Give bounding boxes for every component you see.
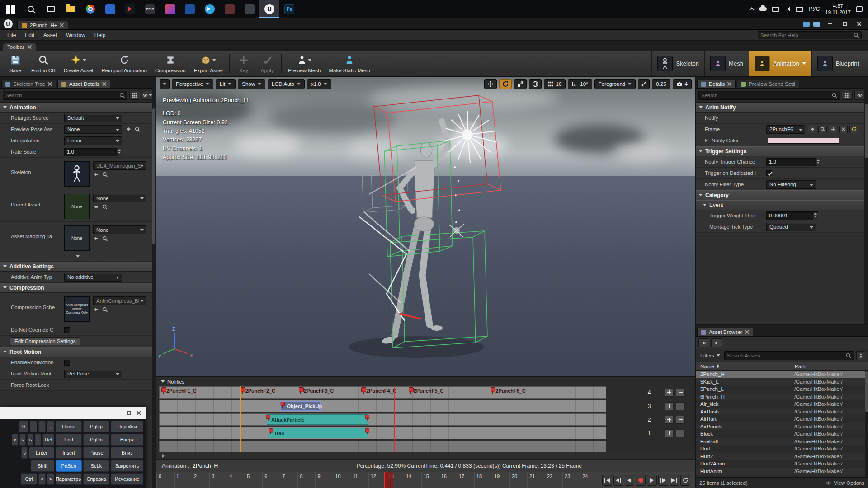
loop-button[interactable] bbox=[680, 475, 690, 486]
step-back-button[interactable] bbox=[613, 475, 623, 486]
close-icon[interactable] bbox=[727, 82, 731, 86]
use-selected-icon[interactable] bbox=[93, 307, 99, 312]
expand-icon[interactable] bbox=[705, 139, 709, 142]
close-icon[interactable] bbox=[102, 82, 106, 86]
tab-details[interactable]: Details bbox=[697, 80, 736, 88]
chevron-down-icon[interactable] bbox=[802, 62, 806, 66]
browse-icon[interactable] bbox=[102, 236, 108, 241]
osk-key[interactable]: Параметры bbox=[56, 473, 82, 485]
notify-marker[interactable]: 2PunchF1_C bbox=[161, 387, 197, 394]
section-animation[interactable]: Animation bbox=[0, 103, 156, 113]
osk-key[interactable]: > bbox=[47, 473, 54, 485]
osk-key[interactable]: \ bbox=[35, 434, 41, 446]
world-local-toggle-button[interactable] bbox=[529, 79, 542, 89]
section-anim-notify[interactable]: Anim Notify bbox=[696, 103, 868, 113]
apply-button[interactable]: Apply bbox=[255, 51, 279, 76]
expand-advanced-button[interactable] bbox=[76, 255, 80, 259]
montage-tick-type-dropdown[interactable]: Queued bbox=[766, 223, 816, 231]
osk-key[interactable]: PrtScn bbox=[56, 460, 82, 472]
osk-key[interactable]: Вверх bbox=[111, 434, 143, 446]
visibility-filter-button[interactable] bbox=[854, 91, 865, 100]
chevron-down-icon[interactable] bbox=[83, 59, 86, 63]
use-selected-icon[interactable] bbox=[93, 172, 99, 177]
additive-anim-type-dropdown[interactable]: No additive bbox=[64, 273, 122, 282]
notify-marker[interactable]: 2PunchF4_C bbox=[361, 387, 396, 394]
maximize-button[interactable] bbox=[838, 20, 851, 28]
remove-track-button[interactable] bbox=[676, 402, 685, 410]
browse-icon[interactable] bbox=[102, 172, 108, 177]
clock[interactable]: 4:37 19.11.2017 bbox=[825, 3, 851, 16]
feedback-icon[interactable] bbox=[803, 22, 810, 27]
column-path[interactable]: Path bbox=[792, 364, 868, 369]
taskbar-app-button[interactable] bbox=[61, 0, 80, 18]
close-icon[interactable] bbox=[745, 330, 749, 334]
taskbar-app-button[interactable] bbox=[80, 0, 100, 18]
osk-key[interactable]: Insert bbox=[56, 447, 82, 459]
taskbar-app-button[interactable] bbox=[180, 0, 200, 18]
osk-key[interactable]: Исчезание bbox=[111, 473, 143, 485]
mode-animation-button[interactable]: Animation bbox=[749, 51, 811, 76]
details-search-box[interactable] bbox=[3, 91, 127, 100]
find-in-cb-button[interactable]: Find in CB bbox=[27, 51, 60, 76]
add-track-button[interactable] bbox=[665, 429, 674, 437]
frame-dropdown[interactable]: 2PunchF6 bbox=[766, 125, 805, 134]
preview-mesh-button[interactable]: Preview Mesh bbox=[284, 51, 325, 76]
reset-to-default-button[interactable] bbox=[849, 126, 858, 133]
details-search-input[interactable] bbox=[701, 93, 832, 98]
close-tab-icon[interactable] bbox=[60, 23, 64, 28]
section-trigger-settings[interactable]: Trigger Settings bbox=[696, 146, 868, 156]
network-icon[interactable] bbox=[772, 7, 779, 12]
saved-view-button[interactable] bbox=[856, 351, 865, 360]
sort-icons[interactable] bbox=[717, 363, 719, 370]
camera-speed-button[interactable]: 0.25 bbox=[652, 79, 670, 89]
taskbar-app-button[interactable] bbox=[220, 0, 240, 18]
visibility-filter-button[interactable] bbox=[142, 91, 153, 100]
osk-key[interactable]: < bbox=[38, 473, 46, 485]
notify-track-3[interactable]: Object_PickUp bbox=[159, 400, 606, 412]
osk-key[interactable]: Del bbox=[42, 434, 54, 446]
skeleton-dropdown[interactable]: UE4_Mannequin_S bbox=[93, 161, 146, 170]
osk-key[interactable]: Enter bbox=[29, 447, 54, 459]
add-button[interactable] bbox=[829, 126, 837, 133]
minimize-button[interactable] bbox=[824, 20, 836, 28]
notify-marker[interactable]: 2PunchF5_C bbox=[409, 387, 444, 394]
asset-row[interactable]: Air_kick /Game/HitBoxMaker/ bbox=[696, 400, 868, 408]
close-icon[interactable] bbox=[48, 82, 52, 86]
lod-dropdown[interactable]: LOD Auto bbox=[268, 79, 305, 89]
notify-state-range[interactable]: Object_PickUp bbox=[280, 401, 321, 411]
document-tab[interactable]: 2Punch_H+ bbox=[17, 21, 68, 29]
timeline-track[interactable]: 0123456789101112131415161718192021222324 bbox=[156, 472, 598, 488]
asset-row[interactable]: HurtAnim /Game/HitBoxMaker/ bbox=[696, 468, 868, 475]
asset-row[interactable]: AirDash /Game/HitBoxMaker/ bbox=[696, 408, 868, 416]
osk-key[interactable]: Вниз bbox=[111, 447, 143, 459]
notify-trigger-chance-input[interactable]: 1.0 bbox=[766, 158, 816, 166]
help-search-input[interactable] bbox=[760, 33, 854, 38]
notify-marker[interactable]: 2PunchF6_C bbox=[491, 387, 526, 394]
osk-key[interactable]: ScLk bbox=[83, 460, 109, 472]
osk-key[interactable]: End bbox=[56, 434, 82, 446]
details-scrollbar[interactable] bbox=[864, 77, 868, 324]
notify-marker[interactable]: 2PunchF3_C bbox=[299, 387, 334, 394]
parent-asset-thumbnail[interactable]: None bbox=[64, 194, 90, 219]
compression-scheme-dropdown[interactable]: AnimCompress_Bi bbox=[93, 296, 146, 305]
spinner[interactable] bbox=[117, 148, 122, 156]
column-name[interactable]: Name bbox=[696, 363, 792, 370]
browse-icon[interactable] bbox=[102, 307, 108, 312]
asset-mapping-dropdown[interactable]: None bbox=[93, 225, 146, 234]
skeleton-thumbnail[interactable] bbox=[64, 161, 90, 187]
history-forward-button[interactable] bbox=[711, 338, 722, 347]
browse-icon[interactable] bbox=[135, 127, 140, 132]
tab-asset-details[interactable]: Asset Details bbox=[57, 80, 110, 88]
asset-row[interactable]: Block /Game/HitBoxMaker/ bbox=[696, 430, 868, 438]
osk-key[interactable]: х bbox=[12, 434, 18, 446]
collapse-icon[interactable] bbox=[161, 380, 165, 385]
remove-track-button[interactable] bbox=[676, 416, 685, 424]
asset-row[interactable]: 5Punch_L /Game/HitBoxMaker/ bbox=[696, 385, 868, 393]
skip-to-start-button[interactable] bbox=[602, 475, 612, 486]
notify-state-range[interactable]: AttackParticle bbox=[267, 414, 368, 425]
section-additive-settings[interactable]: Additive Settings bbox=[0, 262, 156, 272]
lit-dropdown[interactable]: Lit bbox=[216, 79, 236, 89]
notify-color-swatch[interactable] bbox=[768, 138, 839, 144]
do-not-override-checkbox[interactable] bbox=[64, 327, 70, 333]
use-selected-icon[interactable] bbox=[93, 204, 99, 210]
